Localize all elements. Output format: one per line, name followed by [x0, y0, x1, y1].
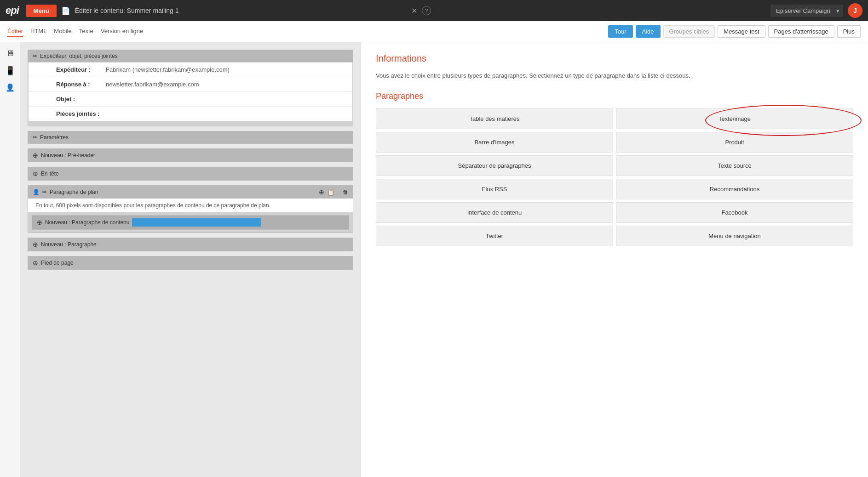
entete-add-icon: ⊕ — [33, 170, 38, 177]
parametres-header[interactable]: ✏ Paramètres — [28, 131, 353, 143]
texte-image-button[interactable]: Texte/image — [616, 108, 853, 129]
paragraphe-plan-label: Paragraphe de plan — [50, 189, 98, 195]
logo: epi — [6, 5, 19, 17]
episerver-dropdown[interactable]: Episerver Campaign — [770, 5, 843, 17]
user-avatar[interactable]: J — [848, 3, 862, 18]
expediteur-field-value: Fabrikam (newsletter.fabrikam@example.co… — [106, 66, 230, 73]
informations-desc: Vous avez le choix entre plusieurs types… — [376, 71, 853, 80]
paragraphe-plan-section: 👤 ✏ Paragraphe de plan ⊕ 📋 🗑 En tout, 60… — [28, 185, 353, 233]
pied-de-page-section[interactable]: ⊕ Pied de page — [28, 256, 353, 270]
pied-de-page-header[interactable]: ⊕ Pied de page — [28, 256, 353, 269]
objet-field-label: Objet : — [56, 96, 102, 102]
expediteur-row: Expéditeur : Fabrikam (newsletter.fabrik… — [29, 62, 352, 77]
preheader-label: Nouveau : Pré-header — [41, 152, 95, 159]
entete-section[interactable]: ⊕ En-tête — [28, 167, 353, 181]
tab-version-en-ligne[interactable]: Version en ligne — [101, 26, 144, 37]
toolbar-tabs: Éditer HTML Mobile Texte Version en lign… — [7, 26, 606, 37]
tab-texte[interactable]: Texte — [79, 26, 93, 37]
right-panel: Informations Vous avez le choix entre pl… — [361, 42, 868, 477]
interface-de-contenu-button[interactable]: Interface de contenu — [376, 202, 613, 223]
nouveau-contenu-wrapper: ⊕ Nouveau : Paragraphe de contenu — [32, 215, 349, 230]
pied-de-page-label: Pied de page — [41, 260, 74, 266]
expediteur-info: Expéditeur : Fabrikam (newsletter.fabrik… — [28, 62, 353, 121]
pieces-jointes-field-label: Pièces jointes : — [56, 110, 102, 117]
parametres-edit-icon: ✏ — [33, 134, 37, 141]
entete-label: En-tête — [41, 170, 59, 177]
nouveau-paragraphe-header[interactable]: ⊕ Nouveau : Paragraphe — [28, 238, 353, 251]
nouveau-paragraphe-label: Nouveau : Paragraphe — [41, 241, 97, 248]
toolbar: Éditer HTML Mobile Texte Version en lign… — [0, 21, 868, 42]
paragraph-grid: Table des matières Texte/image Barre d'i… — [376, 108, 853, 246]
facebook-button[interactable]: Facebook — [616, 202, 853, 223]
tab-html[interactable]: HTML — [30, 26, 46, 37]
desktop-icon[interactable]: 🖥 — [4, 47, 16, 60]
left-panel: 🖥 📱 👤 — [0, 42, 20, 477]
tab-mobile[interactable]: Mobile — [54, 26, 71, 37]
pied-de-page-add-icon: ⊕ — [33, 259, 38, 267]
entete-header[interactable]: ⊕ En-tête — [28, 167, 353, 180]
close-icon[interactable]: ✕ — [411, 6, 417, 15]
reponse-row: Réponse à : newsletter.fabrikam@example.… — [29, 77, 352, 92]
nouveau-contenu-section[interactable]: ⊕ Nouveau : Paragraphe de contenu — [32, 215, 349, 230]
pages-atterrissage-button[interactable]: Pages d'atterrissage — [768, 25, 834, 38]
paragraphe-plan-user-icon: 👤 — [33, 189, 40, 195]
nouveau-contenu-label: Nouveau : Paragraphe de contenu — [45, 219, 129, 226]
barre-images-button[interactable]: Barre d'images — [376, 132, 613, 153]
recommandations-button[interactable]: Recommandations — [616, 179, 853, 199]
nouveau-paragraphe-section[interactable]: ⊕ Nouveau : Paragraphe — [28, 238, 353, 251]
tour-button[interactable]: Tour — [608, 25, 632, 38]
plus-button[interactable]: Plus — [837, 25, 861, 38]
paragraphe-plan-header[interactable]: 👤 ✏ Paragraphe de plan ⊕ 📋 🗑 — [28, 186, 353, 199]
texte-source-button[interactable]: Texte source — [616, 155, 853, 176]
expediteur-label: Expéditeur, objet, pièces jointes — [40, 53, 118, 59]
top-navigation: epi Menu 📄 Éditer le contenu: Summer mai… — [0, 0, 868, 21]
expediteur-header[interactable]: ✏ Expéditeur, objet, pièces jointes — [28, 50, 353, 62]
table-des-matieres-button[interactable]: Table des matières — [376, 108, 613, 129]
flux-rss-button[interactable]: Flux RSS — [376, 179, 613, 199]
edit-icon: ✏ — [33, 53, 37, 59]
objet-row: Objet : — [29, 92, 352, 107]
toolbar-actions: Tour Aide Groupes cibles Message test Pa… — [608, 25, 861, 38]
menu-button[interactable]: Menu — [26, 5, 57, 17]
paragraphe-plan-move-icon[interactable]: ⊕ — [319, 188, 324, 196]
paragraphe-plan-content: En tout, 600 pixels sont disponibles pou… — [28, 199, 353, 212]
separateur-paragraphes-button[interactable]: Séparateur de paragraphes — [376, 155, 613, 176]
mobile-icon[interactable]: 📱 — [3, 64, 17, 78]
reponse-field-value: newsletter.fabrikam@example.com — [106, 81, 199, 88]
aide-button[interactable]: Aide — [636, 25, 661, 38]
parametres-label: Paramètres — [40, 134, 69, 141]
main-content: 🖥 📱 👤 ✏ Expéditeur, objet, pièces jointe… — [0, 42, 868, 477]
twitter-button[interactable]: Twitter — [376, 226, 613, 246]
expediteur-section: ✏ Expéditeur, objet, pièces jointes Expé… — [28, 50, 353, 126]
avatar-icon[interactable]: 👤 — [4, 81, 17, 94]
produit-button[interactable]: Produit — [616, 132, 853, 153]
tab-editer[interactable]: Éditer — [7, 26, 23, 37]
parametres-section[interactable]: ✏ Paramètres — [28, 131, 353, 144]
nouveau-contenu-add-icon: ⊕ — [37, 219, 42, 226]
nouveau-contenu-header[interactable]: ⊕ Nouveau : Paragraphe de contenu — [32, 216, 349, 229]
informations-title: Informations — [376, 53, 853, 64]
doc-icon[interactable]: 📄 — [61, 6, 70, 15]
reponse-field-label: Réponse à : — [56, 81, 102, 88]
expediteur-field-label: Expéditeur : — [56, 66, 102, 73]
paragraphes-title: Paragraphes — [376, 91, 853, 101]
preheader-add-icon: ⊕ — [33, 152, 38, 159]
help-icon[interactable]: ? — [422, 6, 431, 15]
paragraphe-plan-trash-icon[interactable]: 🗑 — [343, 189, 348, 195]
groupes-cibles-button: Groupes cibles — [663, 25, 715, 38]
page-title: Éditer le contenu: Summer mailing 1 — [75, 7, 405, 14]
paragraphe-plan-copy-icon[interactable]: 📋 — [327, 189, 334, 196]
blue-bar — [132, 218, 261, 227]
menu-de-navigation-button[interactable]: Menu de navigation — [616, 226, 853, 246]
message-test-button[interactable]: Message test — [718, 25, 765, 38]
pieces-jointes-row: Pièces jointes : — [29, 107, 352, 121]
preheader-header[interactable]: ⊕ Nouveau : Pré-header — [28, 149, 353, 162]
preheader-section[interactable]: ⊕ Nouveau : Pré-header — [28, 148, 353, 162]
paragraphe-plan-edit-icon[interactable]: ✏ — [42, 189, 47, 195]
nouveau-paragraphe-add-icon: ⊕ — [33, 241, 38, 248]
episerver-select-wrap[interactable]: Episerver Campaign — [770, 5, 843, 17]
editor-area: ✏ Expéditeur, objet, pièces jointes Expé… — [20, 42, 361, 477]
